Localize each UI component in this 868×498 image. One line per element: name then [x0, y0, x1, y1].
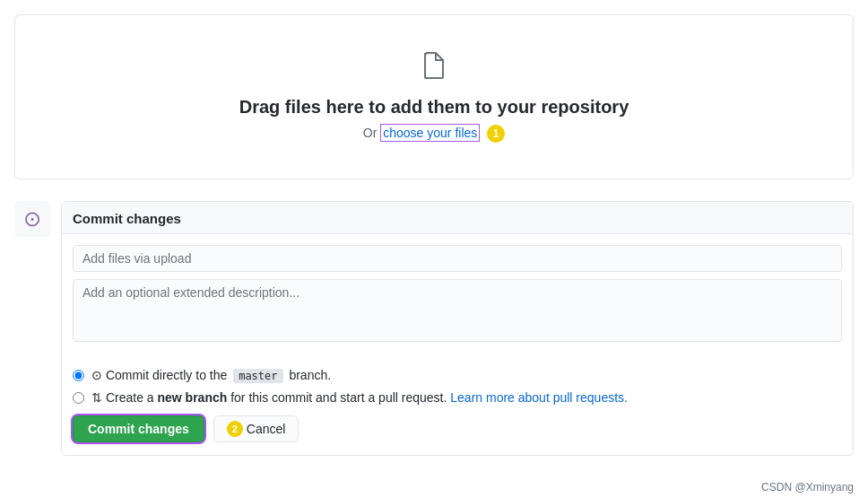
- commit-section-title: Commit changes: [73, 211, 842, 226]
- new-branch-bold: new branch: [157, 390, 227, 405]
- avatar: ⊙: [14, 201, 50, 237]
- upload-area: Drag files here to add them to your repo…: [14, 14, 854, 179]
- radio-branch[interactable]: [73, 392, 84, 404]
- cancel-label: Cancel: [247, 422, 286, 436]
- radio-branch-option: ⇅ Create a new branch for this commit an…: [73, 390, 842, 405]
- subtitle-prefix: Or: [363, 126, 378, 140]
- branch-icon: ⇅: [91, 390, 102, 405]
- badge-1: 1: [487, 125, 505, 143]
- commit-message-input[interactable]: [73, 245, 842, 272]
- radio-direct-option: ⊙ Commit directly to the master branch.: [73, 368, 842, 383]
- commit-form-header: Commit changes: [62, 202, 853, 234]
- file-icon: [33, 51, 835, 83]
- radio-branch-label[interactable]: ⇅ Create a new branch for this commit an…: [91, 390, 628, 405]
- commit-section: ⊙ Commit changes ⊙ Commit directly to th…: [14, 201, 854, 474]
- commit-changes-button[interactable]: Commit changes: [73, 415, 204, 442]
- upload-subtitle: Or choose your files 1: [33, 125, 835, 143]
- svg-text:⊙: ⊙: [23, 206, 41, 231]
- commit-form-body: [62, 234, 853, 355]
- commit-buttons: Commit changes 2 Cancel: [73, 415, 842, 442]
- learn-more-link[interactable]: Learn more about pull requests.: [450, 390, 628, 405]
- upload-title: Drag files here to add them to your repo…: [33, 97, 835, 118]
- branch-badge: master: [233, 369, 282, 383]
- radio-options: ⊙ Commit directly to the master branch. …: [73, 368, 842, 405]
- footer-credit: CSDN @Xminyang: [0, 474, 868, 498]
- radio-direct-label[interactable]: ⊙ Commit directly to the master branch.: [91, 368, 331, 383]
- cancel-badge: 2: [227, 421, 243, 437]
- choose-files-link[interactable]: choose your files: [380, 124, 480, 142]
- cancel-button[interactable]: 2 Cancel: [213, 415, 299, 442]
- commit-description-textarea[interactable]: [73, 279, 842, 342]
- commit-icon: ⊙: [91, 368, 102, 382]
- commit-form: Commit changes ⊙ Commit directly to the …: [61, 201, 854, 456]
- radio-direct[interactable]: [73, 370, 84, 381]
